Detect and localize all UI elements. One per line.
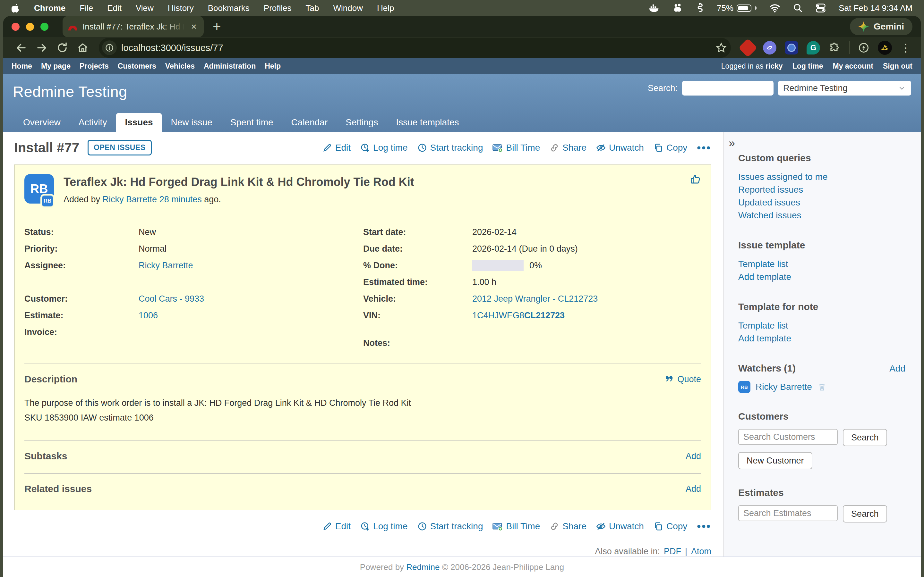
query-issues-assigned[interactable]: Issues assigned to me [738, 171, 911, 183]
nav-my-page[interactable]: My page [41, 62, 71, 71]
atom-link[interactable]: Atom [691, 546, 711, 556]
template-list-link[interactable]: Template list [738, 258, 911, 271]
menubar-item-help[interactable]: Help [377, 3, 394, 13]
query-updated-issues[interactable]: Updated issues [738, 196, 911, 209]
assignee-link[interactable]: Ricky Barrette [139, 261, 193, 271]
chrome-menu-icon[interactable]: ⋮ [900, 41, 912, 54]
search-customers-input[interactable] [738, 429, 838, 445]
tab-new-issue[interactable]: New issue [162, 113, 221, 132]
snake-app-icon[interactable] [696, 3, 704, 13]
note-template-list-link[interactable]: Template list [738, 319, 911, 332]
site-info-icon[interactable] [102, 40, 117, 55]
apple-menu-icon[interactable] [11, 3, 20, 13]
more-actions-button[interactable]: ••• [697, 141, 711, 154]
redmine-footer-link[interactable]: Redmine [406, 562, 439, 572]
battery-saver-icon[interactable] [858, 42, 869, 53]
menubar-item-tab[interactable]: Tab [306, 3, 319, 13]
unwatch-link[interactable]: Unwatch [596, 143, 644, 153]
start-tracking-link-bottom[interactable]: Start tracking [417, 521, 483, 532]
log-time-link-bottom[interactable]: Log time [360, 521, 407, 532]
extension-lock-icon[interactable] [785, 41, 798, 55]
close-window-button[interactable] [11, 23, 19, 31]
nav-my-account[interactable]: My account [833, 62, 873, 71]
reload-button[interactable] [53, 39, 71, 57]
sidebar-collapse-icon[interactable]: » [729, 137, 735, 150]
customer-link[interactable]: Cool Cars - 9933 [139, 294, 204, 304]
added-time-link[interactable]: 28 minutes [160, 195, 202, 204]
tab-settings[interactable]: Settings [336, 113, 387, 132]
nav-log-time[interactable]: Log time [792, 62, 823, 71]
copy-link[interactable]: Copy [654, 143, 687, 153]
tab-calendar[interactable]: Calendar [282, 113, 337, 132]
extensions-puzzle-icon[interactable] [829, 42, 841, 54]
new-tab-button[interactable]: + [213, 19, 221, 34]
query-reported-issues[interactable]: Reported issues [738, 183, 911, 196]
add-watcher-link[interactable]: Add [889, 364, 911, 374]
thumbs-up-icon[interactable] [690, 173, 702, 185]
copy-link-bottom[interactable]: Copy [654, 521, 687, 532]
author-link[interactable]: Ricky Barrette [103, 195, 157, 204]
pdf-link[interactable]: PDF [664, 546, 681, 556]
minimize-window-button[interactable] [26, 23, 34, 31]
extension-purple-icon[interactable] [763, 41, 776, 55]
search-customers-button[interactable]: Search [843, 429, 887, 446]
paw-app-icon[interactable] [672, 3, 683, 13]
browser-tab[interactable]: Install #77: Teraflex Jk: Hd Fo × [63, 16, 204, 37]
edit-link[interactable]: Edit [322, 143, 351, 153]
bookmark-star-icon[interactable] [712, 39, 730, 57]
unwatch-link-bottom[interactable]: Unwatch [596, 521, 644, 532]
add-template-link[interactable]: Add template [738, 271, 911, 284]
nav-customers[interactable]: Customers [118, 62, 156, 71]
note-add-template-link[interactable]: Add template [738, 332, 911, 345]
extension-redgem-icon[interactable] [738, 38, 757, 57]
tab-close-icon[interactable]: × [190, 22, 198, 31]
menubar-item-bookmarks[interactable]: Bookmarks [208, 3, 250, 13]
more-actions-button-bottom[interactable]: ••• [697, 520, 711, 532]
search-input[interactable] [682, 81, 774, 95]
subtasks-add-link[interactable]: Add [686, 451, 701, 461]
docker-icon[interactable] [649, 3, 660, 13]
tab-spent-time[interactable]: Spent time [221, 113, 282, 132]
share-link[interactable]: Share [549, 143, 586, 153]
quote-link[interactable]: Quote [666, 374, 701, 384]
menubar-item-file[interactable]: File [79, 3, 93, 13]
edit-link-bottom[interactable]: Edit [322, 521, 351, 532]
gemini-button[interactable]: Gemini [850, 18, 913, 35]
bill-time-link-bottom[interactable]: Bill Time [493, 521, 540, 532]
vehicle-link[interactable]: 2012 Jeep Wrangler - CL212723 [472, 294, 598, 304]
menubar-item-view[interactable]: View [136, 3, 153, 13]
menubar-clock[interactable]: Sat Feb 14 9:34 AM [838, 3, 913, 13]
menubar-item-window[interactable]: Window [333, 3, 363, 13]
search-estimates-input[interactable] [738, 505, 838, 521]
control-center-icon[interactable] [816, 3, 826, 13]
menubar-item-profiles[interactable]: Profiles [264, 3, 292, 13]
tab-activity[interactable]: Activity [69, 113, 116, 132]
menubar-item-history[interactable]: History [168, 3, 194, 13]
menubar-item-chrome[interactable]: Chrome [34, 3, 65, 13]
url-bar[interactable]: localhost:3000/issues/77 [99, 38, 731, 58]
bill-time-link[interactable]: Bill Time [493, 143, 540, 153]
new-customer-button[interactable]: New Customer [738, 452, 813, 469]
related-add-link[interactable]: Add [686, 484, 701, 494]
vin-link[interactable]: 1C4HJWEG8CL212723 [472, 311, 565, 321]
delete-watcher-icon[interactable] [817, 382, 827, 392]
spotlight-icon[interactable] [793, 3, 803, 13]
maximize-window-button[interactable] [40, 23, 48, 31]
tab-issue-templates[interactable]: Issue templates [387, 113, 468, 132]
watcher-name-link[interactable]: Ricky Barrette [756, 382, 812, 392]
start-tracking-link[interactable]: Start tracking [417, 143, 483, 153]
back-button[interactable] [12, 39, 30, 57]
grammarly-icon[interactable]: G [806, 41, 820, 55]
search-estimates-button[interactable]: Search [843, 505, 887, 522]
nav-sign-out[interactable]: Sign out [883, 62, 913, 71]
nav-help[interactable]: Help [265, 62, 281, 71]
estimate-link[interactable]: 1006 [139, 311, 158, 321]
nav-administration[interactable]: Administration [204, 62, 256, 71]
tab-issues[interactable]: Issues [116, 113, 162, 132]
project-jump-select[interactable]: Redmine Testing [778, 81, 911, 95]
battery-indicator[interactable]: 75% [717, 3, 756, 13]
forward-button[interactable] [33, 39, 51, 57]
log-time-link[interactable]: Log time [360, 143, 407, 153]
nav-vehicles[interactable]: Vehicles [165, 62, 195, 71]
wifi-icon[interactable] [769, 3, 780, 13]
